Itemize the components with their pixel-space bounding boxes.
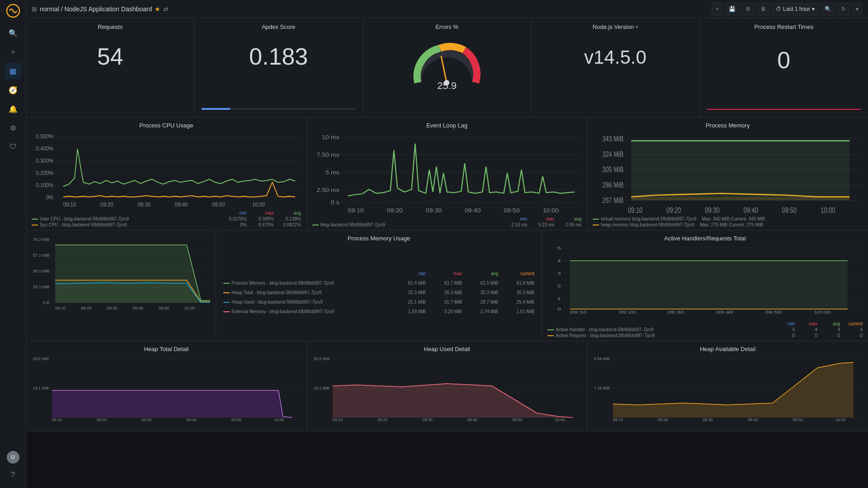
- svg-text:2.50 ms: 2.50 ms: [316, 187, 339, 193]
- sidebar-item-help[interactable]: ?: [5, 467, 21, 483]
- memory-usage-chart-panel: 76.3 MiB 57.2 MiB 38.1 MiB 19.1 MiB 0 B …: [26, 230, 216, 341]
- star-icon[interactable]: ★: [155, 5, 160, 13]
- svg-marker-54: [632, 141, 850, 201]
- svg-text:57.2 MiB: 57.2 MiB: [33, 253, 50, 258]
- handlers-chart-area: 5 4 3 2 1 0 09:10 09:20 09:30 09:40 09:5…: [547, 244, 863, 320]
- svg-text:09:30: 09:30: [107, 306, 117, 310]
- svg-text:10:00: 10:00: [184, 306, 195, 310]
- heap-used-title: Heap Used Detail: [312, 346, 582, 352]
- svg-text:09:10: 09:10: [332, 418, 342, 422]
- sidebar-item-explore[interactable]: 🧭: [5, 82, 21, 98]
- svg-text:09:20: 09:20: [658, 418, 668, 422]
- dropdown-icon: ▾: [812, 6, 815, 12]
- svg-text:09:20: 09:20: [387, 207, 403, 213]
- svg-text:0.500%: 0.500%: [36, 133, 54, 139]
- svg-text:0.100%: 0.100%: [36, 182, 54, 188]
- memory-row-heap-used: Heap Used - blog-backend-5fb96bb997-7jzv…: [223, 299, 534, 305]
- svg-text:09:30: 09:30: [703, 418, 713, 422]
- svg-text:09:50: 09:50: [512, 418, 522, 422]
- time-range-label: Last 1 hour: [783, 6, 810, 12]
- svg-text:09:30: 09:30: [142, 418, 151, 422]
- restart-line: [707, 109, 861, 110]
- svg-text:4: 4: [557, 258, 561, 263]
- svg-text:3: 3: [557, 271, 561, 276]
- svg-text:09:10: 09:10: [613, 418, 623, 422]
- svg-text:09:50: 09:50: [231, 418, 241, 422]
- sidebar: 🔍 ＋ ▦ 🧭 🔔 ⚙ 🛡 U ?: [0, 0, 26, 488]
- svg-text:09:50: 09:50: [159, 306, 169, 310]
- svg-text:09:40: 09:40: [465, 207, 481, 213]
- sidebar-item-settings[interactable]: ⚙: [5, 120, 21, 136]
- gauge-container: 25.9: [410, 38, 483, 96]
- svg-text:09:40: 09:40: [744, 206, 758, 215]
- process-memory-title: Process Memory: [593, 122, 863, 129]
- restarts-value: 0: [777, 47, 790, 74]
- nodejs-dropdown-arrow: ▾: [636, 24, 638, 29]
- svg-text:5: 5: [557, 246, 561, 250]
- svg-text:19.1 MiB: 19.1 MiB: [313, 386, 329, 390]
- process-memory-legend: virtual memory blog-backend-5fb96bb997-7…: [593, 216, 863, 227]
- svg-text:09:50: 09:50: [212, 202, 225, 207]
- svg-text:286 MiB: 286 MiB: [603, 180, 624, 189]
- process-memory-chart-area: 343 MiB 324 MiB 305 MiB 286 MiB 267 MiB …: [593, 131, 863, 216]
- svg-text:10:00: 10:00: [274, 418, 284, 422]
- svg-text:10:00: 10:00: [821, 206, 835, 215]
- svg-text:28.6 MiB: 28.6 MiB: [313, 357, 329, 361]
- avatar[interactable]: U: [7, 451, 19, 464]
- sidebar-item-search[interactable]: 🔍: [5, 25, 21, 41]
- nodejs-title[interactable]: Node.js Version ▾: [593, 23, 638, 30]
- svg-text:09:30: 09:30: [422, 418, 432, 422]
- breadcrumb: normal / NodeJS Application Dashboard: [40, 5, 152, 13]
- requests-title: Requests: [98, 23, 123, 30]
- memory-table-header: min max avg current: [223, 270, 534, 277]
- share-icon[interactable]: ⇄: [163, 5, 169, 13]
- svg-text:09:40: 09:40: [132, 306, 143, 310]
- heap-used-chart: 28.6 MiB 19.1 MiB 09:10 09:20 09:30 09:4…: [312, 354, 582, 428]
- heap-available-chart: 9.54 MiB 7.15 MiB 09:10 09:20 09:30 09:4…: [593, 354, 863, 428]
- errors-title: Errors %: [435, 23, 458, 30]
- svg-text:09:30: 09:30: [668, 310, 685, 314]
- svg-text:09:10: 09:10: [55, 306, 66, 310]
- svg-marker-116: [332, 384, 572, 418]
- app-logo[interactable]: [6, 4, 20, 18]
- svg-text:09:30: 09:30: [137, 202, 151, 207]
- memory-table: min max avg current Process Memory - blo…: [223, 247, 534, 338]
- topbar: ⊞ normal / NodeJS Application Dashboard …: [26, 0, 868, 18]
- svg-text:09:40: 09:40: [175, 202, 188, 207]
- more-button[interactable]: ▾: [852, 3, 863, 15]
- sidebar-item-add[interactable]: ＋: [5, 44, 21, 60]
- sidebar-item-shield[interactable]: 🛡: [5, 139, 21, 155]
- svg-text:0 B: 0 B: [43, 300, 49, 305]
- svg-text:09:10: 09:10: [348, 207, 364, 213]
- zoom-out-button[interactable]: 🔍: [821, 3, 835, 15]
- apdex-value: 0.183: [249, 43, 308, 70]
- event-loop-panel: Event Loop Lag 10 ms 7.50 ms 5 ms 2.50 m…: [307, 117, 588, 230]
- save-button[interactable]: 💾: [725, 3, 740, 15]
- refresh-button[interactable]: ↻: [837, 3, 850, 15]
- event-loop-legend: min max avg blog-backend-5fb96bb997-7jzv…: [312, 216, 582, 227]
- svg-text:10:00: 10:00: [814, 310, 831, 314]
- svg-text:2: 2: [557, 284, 561, 288]
- apdex-panel: Apdex Score 0.183: [194, 18, 363, 117]
- heap-total-title: Heap Total Detail: [32, 346, 301, 352]
- svg-text:5 ms: 5 ms: [326, 169, 340, 175]
- svg-text:0.200%: 0.200%: [36, 170, 54, 176]
- sidebar-item-dashboards[interactable]: ▦: [5, 63, 21, 79]
- memory-handlers-row: 76.3 MiB 57.2 MiB 38.1 MiB 19.1 MiB 0 B …: [26, 230, 868, 341]
- svg-text:10:00: 10:00: [252, 202, 265, 207]
- time-range-picker[interactable]: ⏱ Last 1 hour ▾: [772, 3, 819, 15]
- svg-text:09:40: 09:40: [187, 418, 197, 422]
- errors-panel: Errors %: [363, 18, 531, 117]
- monitor-button[interactable]: 🖥: [756, 3, 770, 15]
- settings-button[interactable]: ⚙: [741, 3, 755, 15]
- heap-available-panel: Heap Available Detail 9.54 MiB 7.15 MiB …: [587, 341, 868, 431]
- svg-text:09:30: 09:30: [425, 207, 442, 213]
- add-icon: +: [716, 6, 719, 12]
- event-loop-title: Event Loop Lag: [312, 122, 582, 129]
- add-panel-button[interactable]: +: [712, 3, 723, 15]
- sidebar-item-alerts[interactable]: 🔔: [5, 101, 21, 117]
- cpu-chart-panel: Process CPU Usage 0.500% 0.400% 0.300%: [26, 117, 307, 230]
- memory-row-external: External Memory - blog-backend-5fb96bb99…: [223, 308, 534, 315]
- requests-value: 54: [97, 43, 123, 70]
- topbar-title-area: ⊞ normal / NodeJS Application Dashboard …: [32, 5, 708, 13]
